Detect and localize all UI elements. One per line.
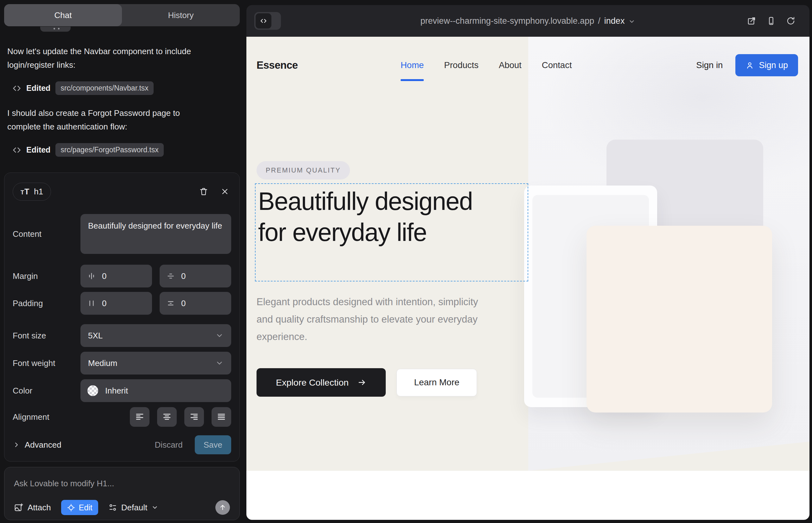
save-button[interactable]: Save	[195, 435, 231, 454]
nav-link-home[interactable]: Home	[401, 37, 424, 94]
arrow-right-icon	[357, 378, 366, 387]
padding-x-input[interactable]: 0	[81, 292, 152, 315]
file-path-pill[interactable]: src/pages/ForgotPassword.tsx	[55, 143, 163, 157]
margin-label: Margin	[13, 271, 81, 281]
tab-chat[interactable]: Chat	[4, 4, 122, 26]
align-justify-icon	[217, 412, 226, 422]
mobile-view-icon[interactable]	[766, 16, 776, 26]
edited-file-row[interactable]: Edited src/pages/ForgotPassword.tsx	[12, 143, 240, 157]
chevron-down-icon	[628, 18, 635, 25]
edit-mode-button[interactable]: Edit	[61, 500, 98, 515]
align-right-button[interactable]	[184, 407, 204, 427]
chat-messages: Now let's update the Navbar component to…	[4, 44, 240, 157]
attach-button[interactable]: Attach	[14, 503, 51, 512]
send-arrow-icon	[219, 504, 226, 511]
nav-links: Home Products About Contact	[401, 37, 572, 94]
color-swatch-icon	[87, 385, 98, 396]
margin-x-input[interactable]: 0	[81, 265, 152, 287]
element-tag-pill[interactable]: TT h1	[13, 183, 51, 201]
clipped-chat-element	[40, 26, 71, 32]
assistant-message: Now let's update the Navbar component to…	[7, 44, 202, 72]
sidebar-tabbar: Chat History	[4, 4, 240, 26]
margin-y-input[interactable]: 0	[160, 265, 231, 287]
font-size-label: Font size	[13, 331, 81, 341]
tab-history[interactable]: History	[122, 4, 240, 26]
padding-vertical-icon	[166, 299, 175, 307]
alignment-label: Alignment	[13, 412, 81, 422]
refresh-icon[interactable]	[786, 16, 796, 26]
align-center-button[interactable]	[157, 407, 177, 427]
type-icon: TT	[21, 187, 30, 196]
element-editor-panel: TT h1 Content Beautifully designed for e…	[4, 173, 240, 462]
url-domain: preview--charming-site-symphony.lovable.…	[421, 16, 595, 26]
file-path-pill[interactable]: src/components/Navbar.tsx	[55, 82, 153, 95]
nav-link-products[interactable]: Products	[444, 37, 478, 94]
font-weight-select[interactable]: Medium	[81, 352, 231, 375]
attach-image-icon	[14, 503, 23, 512]
chevron-down-icon	[215, 331, 224, 340]
margin-vertical-icon	[166, 272, 175, 280]
site-navbar: Essence Home Products About Contact Sign…	[246, 37, 810, 94]
font-size-select[interactable]: 5XL	[81, 324, 231, 347]
content-label: Content	[13, 229, 81, 239]
sliders-icon	[108, 503, 117, 512]
hero-heading[interactable]: Beautifully designed for everyday life	[258, 186, 483, 248]
explore-collection-button[interactable]: Explore Collection	[257, 368, 386, 397]
align-center-icon	[162, 412, 172, 422]
hero-paragraph: Elegant products designed with intention…	[257, 293, 478, 345]
padding-y-input[interactable]: 0	[160, 292, 231, 315]
open-external-icon[interactable]	[747, 16, 756, 26]
site-preview: Essence Home Products About Contact Sign…	[246, 37, 810, 520]
learn-more-button[interactable]: Learn More	[396, 369, 477, 396]
chevron-down-icon	[215, 359, 224, 367]
align-right-icon	[189, 412, 199, 422]
padding-horizontal-icon	[87, 299, 96, 307]
mode-select[interactable]: Default	[108, 503, 158, 512]
chevron-right-icon	[13, 441, 20, 449]
user-icon	[745, 61, 754, 70]
code-icon	[12, 84, 21, 93]
url-separator: /	[598, 16, 600, 26]
padding-label: Padding	[13, 299, 81, 308]
nav-link-about[interactable]: About	[499, 37, 522, 94]
close-icon[interactable]	[220, 187, 229, 196]
color-picker-field[interactable]: Inherit	[81, 379, 231, 402]
advanced-toggle[interactable]: Advanced	[13, 440, 61, 450]
premium-quality-badge: PREMIUM QUALITY	[257, 161, 350, 180]
font-weight-label: Font weight	[13, 358, 81, 368]
hero-section: Essence Home Products About Contact Sign…	[246, 37, 810, 471]
color-label: Color	[13, 386, 81, 396]
send-button[interactable]	[215, 500, 230, 515]
preview-pane: preview--charming-site-symphony.lovable.…	[246, 5, 810, 520]
url-page: index	[604, 16, 625, 26]
trash-icon[interactable]	[199, 187, 208, 196]
code-icon	[12, 146, 21, 155]
sign-in-link[interactable]: Sign in	[696, 60, 723, 70]
content-textarea[interactable]: Beautifully designed for everyday life	[81, 214, 231, 254]
edited-file-row[interactable]: Edited src/components/Navbar.tsx	[12, 82, 240, 95]
nav-link-contact[interactable]: Contact	[542, 37, 572, 94]
site-logo[interactable]: Essence	[257, 37, 298, 94]
element-tag-name: h1	[34, 187, 43, 197]
chevron-down-icon	[152, 504, 158, 511]
preview-toolbar: preview--charming-site-symphony.lovable.…	[246, 5, 810, 37]
discard-button[interactable]: Discard	[155, 440, 183, 450]
edit-target-icon	[67, 503, 75, 512]
preview-url-bar[interactable]: preview--charming-site-symphony.lovable.…	[246, 5, 810, 37]
selected-element-outline[interactable]: Beautifully designed for everyday life	[255, 183, 528, 282]
align-left-button[interactable]	[130, 407, 149, 427]
edited-label: Edited	[26, 145, 50, 155]
chat-sidebar: Chat History Now let's update the Navbar…	[4, 4, 240, 520]
chat-composer: Ask Lovable to modify H1... Attach Edit …	[4, 467, 240, 520]
chat-input[interactable]: Ask Lovable to modify H1...	[14, 479, 230, 488]
edited-label: Edited	[26, 84, 50, 93]
margin-horizontal-icon	[87, 272, 96, 280]
sign-up-button[interactable]: Sign up	[735, 54, 798, 76]
decor-card-beige	[586, 226, 772, 413]
align-left-icon	[135, 412, 144, 422]
assistant-message: I should also create a Forgot Password p…	[7, 106, 202, 133]
align-justify-button[interactable]	[212, 407, 231, 427]
